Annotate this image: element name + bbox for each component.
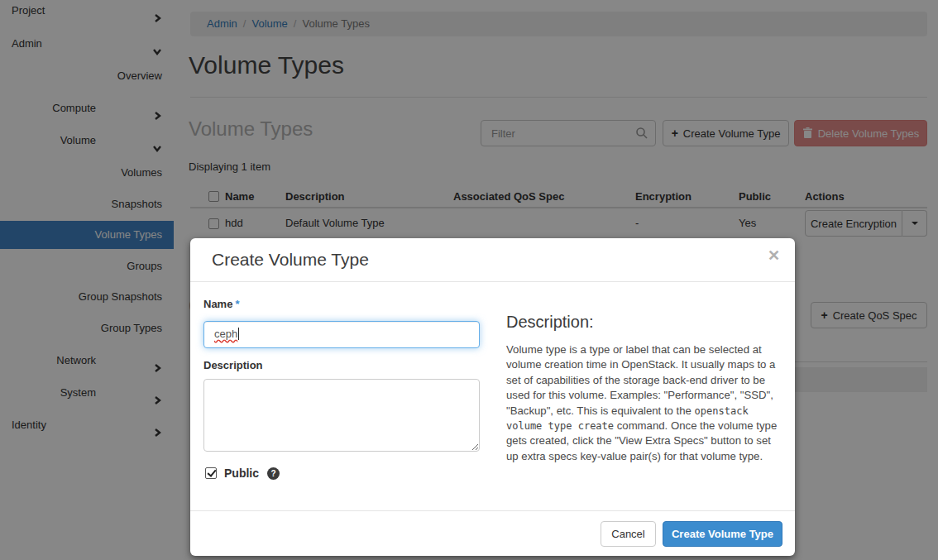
description-textarea[interactable] xyxy=(203,379,480,452)
help-icon[interactable]: ? xyxy=(267,467,280,480)
modal-header: Create Volume Type ✕ xyxy=(190,238,795,282)
public-checkbox[interactable] xyxy=(205,467,217,479)
name-input-value: ceph xyxy=(214,328,237,340)
required-asterisk: * xyxy=(235,298,239,310)
name-label: Name* xyxy=(203,298,239,310)
name-input[interactable]: ceph xyxy=(203,321,480,348)
modal-title: Create Volume Type xyxy=(212,250,369,270)
modal-footer: Cancel Create Volume Type xyxy=(190,510,795,556)
modal-help-panel: Description: Volume type is a type or la… xyxy=(506,313,784,464)
public-option: Public ? xyxy=(205,467,280,480)
create-volume-type-modal: Create Volume Type ✕ Name* ceph Descript… xyxy=(190,238,795,556)
cancel-button[interactable]: Cancel xyxy=(601,521,656,547)
close-icon[interactable]: ✕ xyxy=(768,248,780,263)
help-heading: Description: xyxy=(506,313,784,332)
submit-create-volume-type-button[interactable]: Create Volume Type xyxy=(663,521,782,547)
public-label: Public xyxy=(224,467,259,480)
help-text: Volume type is a type or label that can … xyxy=(506,342,784,464)
app-root: Project Admin Overview Compute Volume Vo… xyxy=(0,0,938,560)
description-label: Description xyxy=(203,359,263,371)
text-cursor xyxy=(238,328,239,340)
